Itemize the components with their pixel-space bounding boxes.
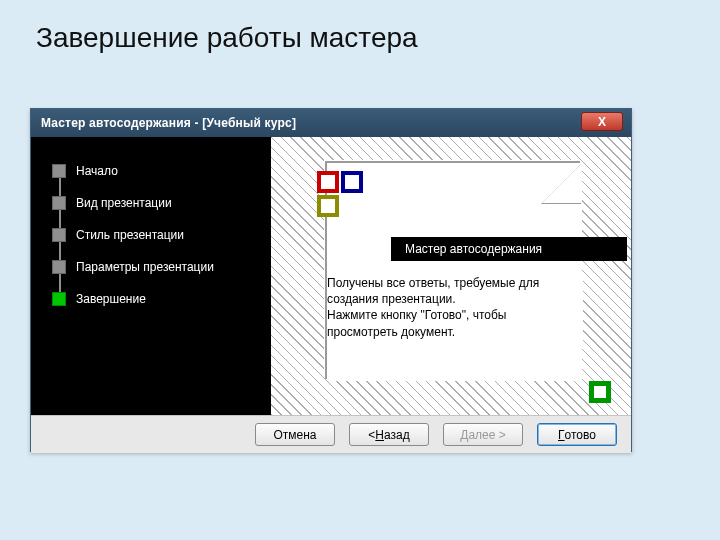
page-title: Завершение работы мастера xyxy=(0,0,720,54)
swatch-red xyxy=(317,171,339,193)
step-box-icon xyxy=(52,260,66,274)
back-rest: азад xyxy=(384,428,410,442)
close-button[interactable]: X xyxy=(581,112,623,131)
close-icon: X xyxy=(598,115,606,129)
next-rest: алее > xyxy=(468,428,505,442)
step-box-icon xyxy=(52,292,66,306)
step-finish[interactable]: Завершение xyxy=(49,283,271,315)
finish-button[interactable]: Готово xyxy=(537,423,617,446)
body-text: Получены все ответы, требуемые для созда… xyxy=(327,273,583,342)
heading-stripe: Мастер автосодержания xyxy=(391,237,627,261)
accent-square-icon xyxy=(589,381,611,403)
back-mnemonic: Н xyxy=(375,428,384,442)
step-label: Вид презентации xyxy=(76,196,172,210)
next-mnemonic: Д xyxy=(460,428,468,442)
window-title: Мастер автосодержания - [Учебный курс] xyxy=(41,116,296,130)
wizard-window: Мастер автосодержания - [Учебный курс] X… xyxy=(30,108,632,452)
back-button[interactable]: < Назад xyxy=(349,423,429,446)
step-presentation-type[interactable]: Вид презентации xyxy=(49,187,271,219)
body-line: Получены все ответы, требуемые для xyxy=(327,275,583,291)
paper-graphic xyxy=(327,163,582,381)
step-box-icon xyxy=(52,196,66,210)
wizard-content: Начало Вид презентации Стиль презентации… xyxy=(31,137,631,415)
body-line: создания презентации. xyxy=(327,291,583,307)
step-label: Параметры презентации xyxy=(76,260,214,274)
body-line: Нажмите кнопку "Готово", чтобы xyxy=(327,307,583,323)
step-box-icon xyxy=(52,228,66,242)
step-start[interactable]: Начало xyxy=(49,155,271,187)
body-line: просмотреть документ. xyxy=(327,324,583,340)
step-presentation-style[interactable]: Стиль презентации xyxy=(49,219,271,251)
cancel-button[interactable]: Отмена xyxy=(255,423,335,446)
next-button: Далее > xyxy=(443,423,523,446)
step-label: Завершение xyxy=(76,292,146,306)
step-box-icon xyxy=(52,164,66,178)
back-lt: < xyxy=(368,428,375,442)
step-label: Начало xyxy=(76,164,118,178)
step-presentation-params[interactable]: Параметры презентации xyxy=(49,251,271,283)
swatch-blue xyxy=(341,171,363,193)
titlebar: Мастер автосодержания - [Учебный курс] X xyxy=(31,109,631,137)
finish-rest: отово xyxy=(565,428,596,442)
step-label: Стиль презентации xyxy=(76,228,184,242)
wizard-footer: Отмена < Назад Далее > Готово xyxy=(31,415,631,453)
swatch-olive xyxy=(317,195,339,217)
wizard-mainpane: Мастер автосодержания Получены все ответ… xyxy=(271,137,631,415)
color-squares xyxy=(317,171,363,217)
wizard-steps: Начало Вид презентации Стиль презентации… xyxy=(49,155,271,315)
wizard-sidebar: Начало Вид презентации Стиль презентации… xyxy=(31,137,271,415)
